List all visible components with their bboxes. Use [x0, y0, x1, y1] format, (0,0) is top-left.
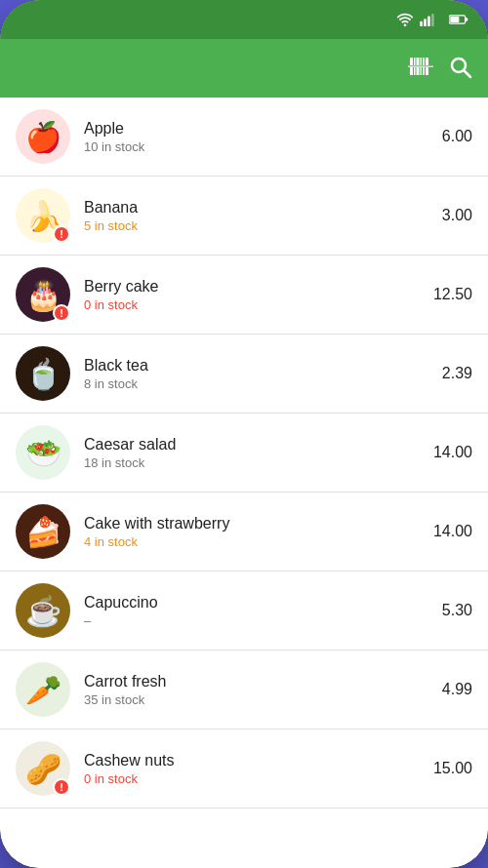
- item-image: 🍵: [16, 346, 70, 401]
- item-info: Banana 5 in stock: [84, 199, 410, 233]
- svg-rect-8: [414, 58, 416, 65]
- svg-rect-10: [421, 58, 423, 65]
- item-image-wrap: 🍵: [16, 346, 70, 401]
- item-stock: 5 in stock: [84, 218, 410, 233]
- item-price: 14.00: [424, 444, 472, 461]
- list-item[interactable]: 🍎 Apple 10 in stock 6.00: [0, 98, 488, 177]
- item-image: 🥕: [16, 662, 70, 717]
- item-info: Cake with strawberry 4 in stock: [84, 515, 410, 549]
- item-stock: 35 in stock: [84, 692, 410, 707]
- item-info: Apple 10 in stock: [84, 120, 410, 154]
- list-item[interactable]: 🍌 ! Banana 5 in stock 3.00: [0, 177, 488, 256]
- item-name: Capuccino: [84, 594, 410, 612]
- item-image-wrap: 🎂 !: [16, 267, 70, 322]
- item-image-wrap: 🥜 !: [16, 741, 70, 796]
- list-item[interactable]: 🥜 ! Cashew nuts 0 in stock 15.00: [0, 730, 488, 809]
- item-info: Berry cake 0 in stock: [84, 278, 410, 312]
- item-price: 2.39: [424, 365, 472, 382]
- list-item[interactable]: ☕ Capuccino – 5.30: [0, 572, 488, 651]
- item-image-wrap: 🍎: [16, 109, 70, 164]
- svg-rect-3: [431, 14, 434, 26]
- item-image-wrap: ☕: [16, 583, 70, 638]
- svg-rect-19: [408, 66, 433, 68]
- list-item[interactable]: 🎂 ! Berry cake 0 in stock 12.50: [0, 256, 488, 335]
- list-item[interactable]: 🥗 Caesar salad 18 in stock 14.00: [0, 414, 488, 493]
- item-stock: 4 in stock: [84, 534, 410, 549]
- item-image-wrap: 🍌 !: [16, 188, 70, 243]
- toolbar: [0, 39, 488, 98]
- svg-rect-17: [423, 67, 425, 75]
- list-item[interactable]: 🍵 Black tea 8 in stock 2.39: [0, 335, 488, 414]
- item-image: 🥗: [16, 425, 70, 480]
- svg-line-21: [465, 71, 471, 78]
- wifi-icon: [396, 13, 414, 26]
- svg-rect-5: [466, 18, 468, 20]
- item-image: 🍎: [16, 109, 70, 164]
- signal-icon: [420, 13, 437, 26]
- svg-rect-9: [417, 58, 420, 65]
- status-bar: [0, 0, 488, 39]
- item-name: Cashew nuts: [84, 752, 410, 769]
- svg-rect-15: [417, 67, 420, 75]
- item-stock: 10 in stock: [84, 139, 410, 154]
- item-name: Berry cake: [84, 278, 410, 296]
- svg-rect-16: [421, 67, 423, 75]
- svg-rect-7: [410, 58, 413, 65]
- svg-rect-12: [426, 58, 428, 65]
- item-name: Carrot fresh: [84, 673, 410, 690]
- item-price: 14.00: [424, 523, 472, 540]
- item-name: Caesar salad: [84, 436, 410, 454]
- item-price: 4.99: [424, 681, 472, 698]
- list-item[interactable]: 🥕 Carrot fresh 35 in stock 4.99: [0, 651, 488, 730]
- item-price: 12.50: [424, 286, 472, 303]
- phone-frame: 🍎 Apple 10 in stock 6.00 🍌 ! Banana 5 in…: [0, 0, 488, 868]
- item-price: 3.00: [424, 207, 472, 224]
- search-icon[interactable]: [449, 56, 472, 79]
- item-name: Apple: [84, 120, 410, 138]
- svg-rect-0: [420, 21, 423, 26]
- item-info: Caesar salad 18 in stock: [84, 436, 410, 470]
- phone-screen: 🍎 Apple 10 in stock 6.00 🍌 ! Banana 5 in…: [0, 0, 488, 868]
- battery-icon: [449, 14, 468, 25]
- svg-rect-11: [423, 58, 425, 65]
- toolbar-action-icons: [408, 56, 472, 81]
- alert-badge: !: [53, 778, 70, 796]
- svg-rect-1: [424, 19, 427, 26]
- svg-rect-2: [427, 17, 430, 27]
- barcode-scan-icon[interactable]: [408, 56, 433, 81]
- item-image-wrap: 🍰: [16, 504, 70, 559]
- item-stock: –: [84, 613, 410, 628]
- svg-rect-6: [450, 17, 459, 22]
- item-image-wrap: 🥕: [16, 662, 70, 717]
- item-price: 5.30: [424, 602, 472, 619]
- alert-badge: !: [53, 225, 70, 243]
- item-price: 6.00: [424, 128, 472, 145]
- item-stock: 0 in stock: [84, 771, 410, 786]
- item-name: Cake with strawberry: [84, 515, 410, 533]
- item-info: Black tea 8 in stock: [84, 357, 410, 391]
- item-price: 15.00: [424, 760, 472, 777]
- list-item[interactable]: 🍰 Cake with strawberry 4 in stock 14.00: [0, 493, 488, 572]
- item-info: Cashew nuts 0 in stock: [84, 752, 410, 786]
- item-stock: 18 in stock: [84, 455, 410, 470]
- items-list: 🍎 Apple 10 in stock 6.00 🍌 ! Banana 5 in…: [0, 98, 488, 868]
- item-name: Banana: [84, 199, 410, 217]
- svg-rect-13: [410, 67, 413, 75]
- item-stock: 0 in stock: [84, 297, 410, 312]
- svg-rect-14: [414, 67, 416, 75]
- svg-rect-18: [426, 67, 428, 75]
- status-icons: [396, 13, 468, 26]
- item-image: ☕: [16, 583, 70, 638]
- item-info: Capuccino –: [84, 594, 410, 628]
- alert-badge: !: [53, 304, 70, 322]
- item-image: 🍰: [16, 504, 70, 559]
- item-stock: 8 in stock: [84, 376, 410, 391]
- item-info: Carrot fresh 35 in stock: [84, 673, 410, 707]
- item-image-wrap: 🥗: [16, 425, 70, 480]
- item-name: Black tea: [84, 357, 410, 375]
